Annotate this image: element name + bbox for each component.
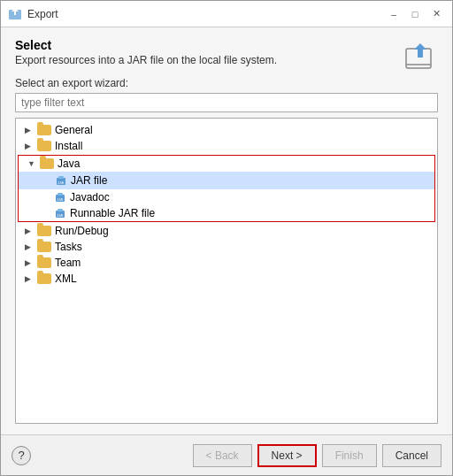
tree-label-tasks: Tasks bbox=[55, 241, 82, 253]
tree-label-run-debug: Run/Debug bbox=[55, 225, 109, 237]
svg-rect-4 bbox=[58, 176, 64, 179]
chevron-right-icon-run: ▶ bbox=[25, 226, 35, 235]
java-group-box: ▼ Java JAR JAR file bbox=[18, 155, 435, 222]
tree-label-jar-file: JAR file bbox=[71, 174, 107, 187]
tree-container[interactable]: ▶ General ▶ Install ▼ Java bbox=[15, 118, 438, 424]
footer-left: ? bbox=[12, 446, 31, 465]
tree-item-java[interactable]: ▼ Java bbox=[19, 156, 434, 172]
folder-icon-java bbox=[40, 158, 54, 169]
svg-text:JAR: JAR bbox=[57, 213, 64, 218]
folder-icon-run bbox=[37, 226, 51, 236]
maximize-button[interactable]: □ bbox=[406, 5, 424, 23]
runnable-jar-icon: JAR bbox=[54, 207, 66, 219]
tree-item-general[interactable]: ▶ General bbox=[16, 122, 437, 138]
section-description: Export resources into a JAR file on the … bbox=[15, 54, 277, 66]
chevron-right-icon-install: ▶ bbox=[25, 142, 35, 150]
spacer-jar bbox=[42, 176, 53, 185]
footer-right: < Back Next > Finish Cancel bbox=[193, 444, 441, 467]
titlebar-controls: – □ ✕ bbox=[385, 5, 445, 23]
folder-icon-general bbox=[37, 125, 51, 135]
folder-icon-tasks bbox=[37, 242, 51, 252]
svg-text:JAR: JAR bbox=[57, 197, 64, 202]
tree-label-java: Java bbox=[58, 157, 80, 170]
folder-icon-team bbox=[37, 257, 51, 268]
jar-file-icon: JAR bbox=[55, 174, 67, 187]
chevron-right-icon-team: ▶ bbox=[25, 258, 35, 267]
spacer-runnable bbox=[42, 209, 52, 218]
next-button[interactable]: Next > bbox=[257, 444, 317, 467]
upload-icon bbox=[403, 40, 438, 75]
svg-text:JAR: JAR bbox=[58, 180, 65, 185]
finish-button[interactable]: Finish bbox=[322, 444, 377, 467]
filter-input[interactable] bbox=[15, 93, 438, 112]
chevron-right-icon-xml: ▶ bbox=[25, 274, 35, 283]
minimize-button[interactable]: – bbox=[385, 5, 403, 23]
folder-icon-install bbox=[37, 141, 51, 151]
tree-item-install[interactable]: ▶ Install bbox=[16, 138, 437, 154]
help-button[interactable]: ? bbox=[12, 446, 31, 465]
titlebar: Export – □ ✕ bbox=[1, 1, 452, 27]
footer: ? < Back Next > Finish Cancel bbox=[1, 434, 452, 475]
tree-label-javadoc: Javadoc bbox=[70, 191, 110, 203]
header-text: Select Export resources into a JAR file … bbox=[15, 38, 277, 77]
svg-rect-10 bbox=[58, 209, 63, 211]
tree-label-runnable-jar: Runnable JAR file bbox=[70, 207, 155, 219]
javadoc-icon: JAR bbox=[54, 191, 66, 203]
chevron-down-icon-java: ▼ bbox=[27, 159, 38, 168]
folder-icon-xml bbox=[37, 273, 51, 284]
tree-item-run-debug[interactable]: ▶ Run/Debug bbox=[16, 223, 437, 239]
tree-label-xml: XML bbox=[55, 273, 77, 285]
svg-rect-7 bbox=[58, 193, 63, 196]
cancel-button[interactable]: Cancel bbox=[382, 444, 441, 467]
spacer-javadoc bbox=[42, 193, 52, 202]
back-button[interactable]: < Back bbox=[193, 444, 252, 467]
close-button[interactable]: ✕ bbox=[427, 5, 445, 23]
tree-item-jar-file[interactable]: JAR JAR file bbox=[19, 172, 434, 189]
main-content: Select Export resources into a JAR file … bbox=[1, 27, 452, 434]
export-dialog: Export – □ ✕ Select Export resources int… bbox=[0, 0, 453, 476]
tree-item-tasks[interactable]: ▶ Tasks bbox=[16, 239, 437, 255]
tree-item-runnable-jar[interactable]: JAR Runnable JAR file bbox=[19, 205, 434, 221]
tree-item-javadoc[interactable]: JAR Javadoc bbox=[19, 189, 434, 205]
chevron-right-icon: ▶ bbox=[25, 126, 35, 134]
header-row: Select Export resources into a JAR file … bbox=[15, 38, 438, 77]
chevron-right-icon-tasks: ▶ bbox=[25, 242, 35, 251]
window-title: Export bbox=[27, 8, 58, 20]
filter-label: Select an export wizard: bbox=[15, 77, 438, 89]
tree-item-team[interactable]: ▶ Team bbox=[16, 255, 437, 271]
export-title-icon bbox=[8, 7, 22, 21]
section-title: Select bbox=[15, 38, 277, 52]
tree-label-team: Team bbox=[55, 257, 81, 269]
tree-label-install: Install bbox=[55, 140, 82, 152]
tree-label-general: General bbox=[55, 124, 93, 136]
titlebar-left: Export bbox=[8, 7, 58, 21]
tree-item-xml[interactable]: ▶ XML bbox=[16, 271, 437, 287]
